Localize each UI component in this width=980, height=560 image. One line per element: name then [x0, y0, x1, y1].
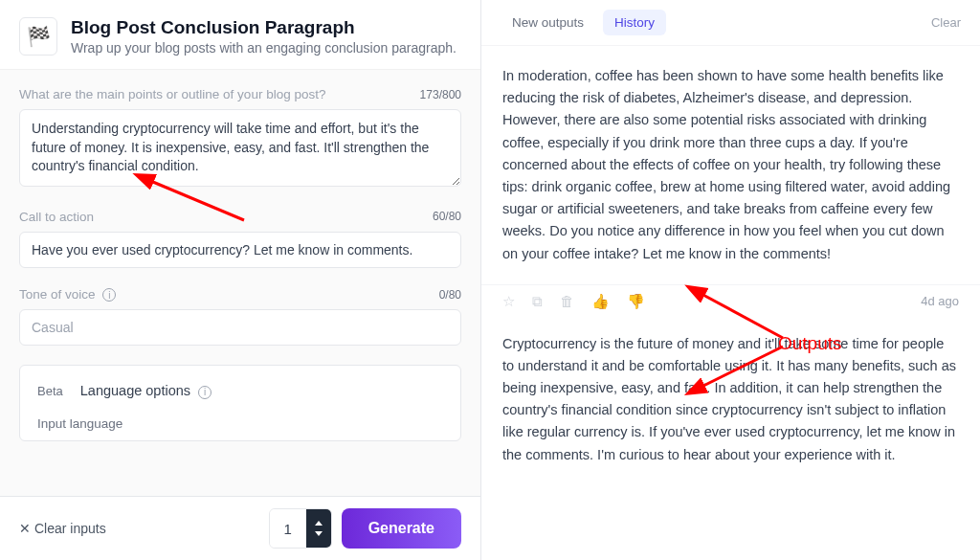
quantity-step-icon[interactable]	[306, 509, 331, 548]
tab-new-outputs[interactable]: New outputs	[501, 10, 595, 35]
outputs-list: In moderation, coffee has been shown to …	[481, 46, 980, 560]
clear-inputs-button[interactable]: ✕ Clear inputs	[19, 521, 106, 536]
footer-bar: ✕ Clear inputs Generate	[0, 496, 480, 560]
cta-count: 60/80	[433, 210, 461, 223]
flag-icon: 🏁	[19, 17, 57, 56]
form-area: What are the main points or outline of y…	[0, 70, 480, 496]
template-header: 🏁 Blog Post Conclusion Paragraph Wrap up…	[0, 0, 480, 70]
info-icon[interactable]: i	[198, 386, 212, 399]
close-icon: ✕	[19, 521, 31, 536]
clear-outputs-button[interactable]: Clear	[931, 15, 961, 30]
page-subtitle: Wrap up your blog posts with an engaging…	[71, 40, 457, 56]
field-main-points: What are the main points or outline of y…	[19, 87, 461, 190]
output-item[interactable]: Cryptocurrency is the future of money an…	[481, 314, 980, 485]
quantity-input[interactable]	[270, 509, 306, 548]
thumbs-down-icon[interactable]: 👎	[627, 293, 645, 310]
right-panel: New outputs History Clear In moderation,…	[481, 0, 980, 560]
copy-icon[interactable]: ⧉	[532, 293, 543, 310]
input-language-label: Input language	[37, 416, 443, 431]
info-icon[interactable]: i	[102, 288, 116, 302]
thumbs-up-icon[interactable]: 👍	[591, 293, 610, 310]
left-panel: 🏁 Blog Post Conclusion Paragraph Wrap up…	[0, 0, 481, 560]
star-icon[interactable]: ☆	[502, 293, 515, 310]
field-cta: Call to action 60/80	[19, 210, 461, 268]
tone-input[interactable]	[19, 309, 461, 346]
delete-icon[interactable]: 🗑	[560, 293, 574, 310]
cta-label: Call to action	[19, 210, 94, 224]
main-points-input[interactable]	[19, 109, 461, 187]
tab-history[interactable]: History	[603, 10, 666, 35]
output-tabs: New outputs History Clear	[481, 0, 980, 46]
field-tone: Tone of voice i 0/80	[19, 287, 461, 347]
generate-button[interactable]: Generate	[342, 508, 461, 549]
language-options-box: Beta Language options i Input language	[19, 365, 461, 441]
cta-input[interactable]	[19, 232, 461, 268]
annotation-label: Outputs	[778, 333, 842, 354]
tone-label: Tone of voice i	[19, 287, 116, 302]
page-title: Blog Post Conclusion Paragraph	[71, 17, 457, 38]
language-options-title: Language options i	[80, 383, 212, 399]
quantity-stepper[interactable]	[269, 508, 332, 549]
output-timestamp: 4d ago	[921, 294, 959, 308]
beta-badge: Beta	[37, 384, 63, 398]
output-actions: ☆ ⧉ 🗑 👍 👎 4d ago	[481, 285, 980, 314]
main-points-label: What are the main points or outline of y…	[19, 87, 325, 101]
main-points-count: 173/800	[420, 88, 461, 101]
tone-count: 0/80	[439, 288, 461, 302]
output-item[interactable]: In moderation, coffee has been shown to …	[481, 46, 980, 285]
